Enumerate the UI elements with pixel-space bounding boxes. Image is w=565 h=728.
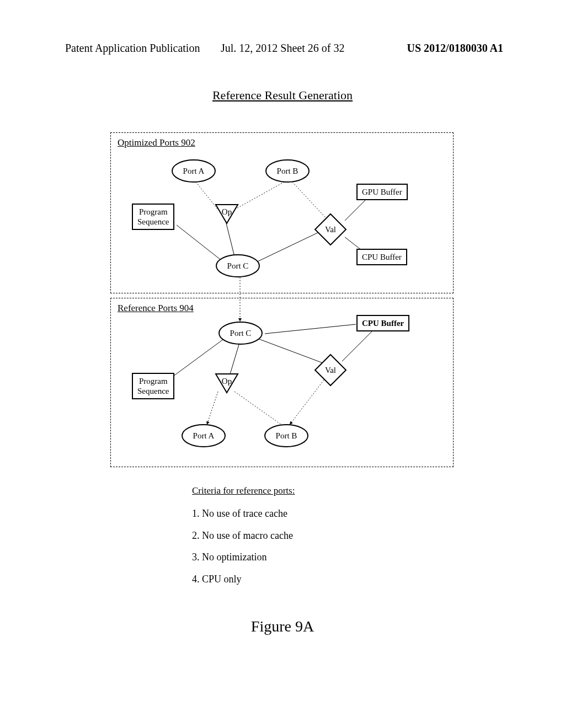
node-op-b: Op [215,373,239,394]
criteria-item-1: 1. No use of trace cache [192,503,293,525]
panel-a-title: Optimized Ports 902 [118,137,195,148]
criteria-title: Criteria for reference ports: [192,485,295,496]
node-port-c: Port C [216,254,260,277]
panel-b-title: Reference Ports 904 [118,303,194,314]
box-program-sequence: Program Sequence [132,204,174,230]
label-op: Op [222,207,232,217]
criteria-item-2: 2. No use of macro cache [192,525,293,547]
label-val-b: Val [325,366,336,375]
header-left: Patent Application Publication [65,42,200,55]
box-program-sequence-b: Program Sequence [132,373,174,399]
label-port-a: Port A [183,167,205,176]
criteria-list: 1. No use of trace cache 2. No use of ma… [192,503,293,590]
label-port-c: Port C [227,261,249,271]
box-cpu-buffer: CPU Buffer [356,249,407,265]
label-op-b: Op [222,377,232,386]
label-port-b: Port B [277,167,299,176]
patent-page: Patent Application Publication Jul. 12, … [0,0,565,728]
diagram-title: Reference Result Generation [0,88,565,103]
figure-label: Figure 9A [0,618,565,635]
node-port-c-b: Port C [218,322,263,345]
criteria-item-3: 3. No optimization [192,547,293,569]
node-val-b: Val [314,354,347,387]
header-right: US 2012/0180030 A1 [407,42,503,55]
box-gpu-buffer: GPU Buffer [356,184,408,200]
diagram: Optimized Ports 902 Port A Port B Op Val… [110,132,452,474]
node-op: Op [215,204,239,224]
box-cpu-buffer-b: CPU Buffer [356,315,409,331]
header-center: Jul. 12, 2012 Sheet 26 of 32 [221,42,344,55]
label-val: Val [325,225,336,234]
node-val: Val [314,213,347,246]
criteria-item-4: 4. CPU only [192,569,293,591]
node-port-a-b: Port A [182,424,226,447]
panel-reference-ports: Reference Ports 904 Port C Op Val Port A… [110,298,454,467]
node-port-b-b: Port B [264,424,308,447]
label-port-b-b: Port B [276,431,297,441]
panel-optimized-ports: Optimized Ports 902 Port A Port B Op Val… [110,132,454,293]
node-port-a: Port A [172,159,216,183]
label-port-c-b: Port C [230,329,252,338]
node-port-b: Port B [265,159,310,183]
label-port-a-b: Port A [193,431,215,441]
